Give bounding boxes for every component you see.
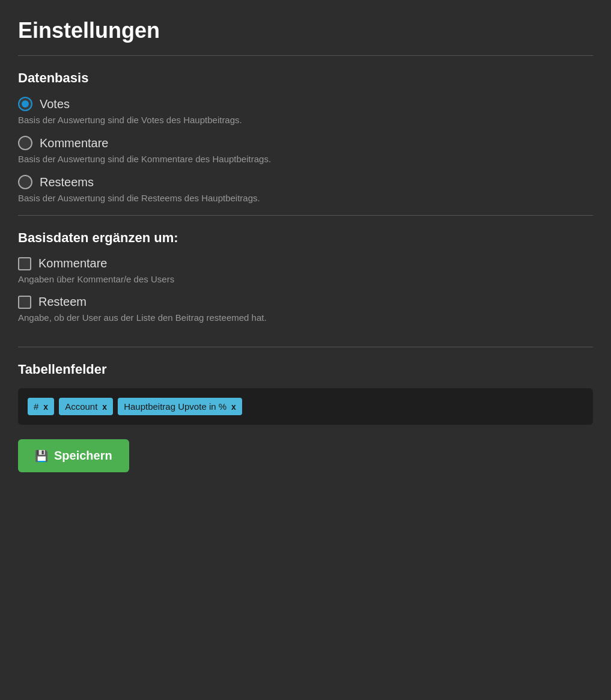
radio-resteems-label[interactable]: Resteems (40, 175, 94, 189)
page-title: Einstellungen (18, 18, 593, 43)
tag-hash-label: # (34, 401, 38, 412)
tag-hash-close[interactable]: x (43, 402, 48, 412)
section-divider-1 (18, 215, 593, 216)
radio-resteems[interactable] (18, 175, 32, 189)
kommentare2-description: Angaben über Kommentar/e des Users (18, 274, 593, 284)
checkbox-kommentare-label[interactable]: Kommentare (38, 257, 108, 270)
datenbasis-section: Datenbasis Votes Basis der Auswertung si… (18, 70, 593, 203)
radio-kommentare-label[interactable]: Kommentare (40, 136, 109, 150)
basisdaten-section: Basisdaten ergänzen um: Kommentare Angab… (18, 230, 593, 323)
radio-kommentare[interactable] (18, 136, 32, 150)
tag-upvote-close[interactable]: x (231, 402, 236, 412)
basisdaten-title: Basisdaten ergänzen um: (18, 230, 593, 246)
radio-item-kommentare: Kommentare (18, 136, 593, 150)
tag-account-close[interactable]: x (102, 402, 107, 412)
checkbox-kommentare[interactable] (18, 257, 31, 270)
tag-account: Account x (59, 398, 113, 415)
save-icon: 💾 (35, 449, 48, 463)
checkbox-item-kommentare: Kommentare (18, 257, 593, 270)
tabellenfelder-box: # x Account x Hauptbeitrag Upvote in % x (18, 388, 593, 425)
checkbox-resteem-label[interactable]: Resteem (38, 295, 87, 309)
title-divider (18, 55, 593, 56)
tag-upvote: Hauptbeitrag Upvote in % x (118, 398, 242, 415)
datenbasis-title: Datenbasis (18, 70, 593, 86)
radio-votes[interactable] (18, 97, 32, 111)
kommentare-description: Basis der Auswertung sind die Kommentare… (18, 154, 593, 164)
save-button[interactable]: 💾 Speichern (18, 439, 129, 472)
tag-hash: # x (28, 398, 54, 415)
tag-account-label: Account (65, 401, 97, 412)
tabellenfelder-section: Tabellenfelder # x Account x Hauptbeitra… (18, 362, 593, 425)
checkbox-resteem[interactable] (18, 296, 31, 309)
tabellenfelder-title: Tabellenfelder (18, 362, 593, 377)
votes-description: Basis der Auswertung sind die Votes des … (18, 115, 593, 125)
radio-item-resteems: Resteems (18, 175, 593, 189)
resteems-description: Basis der Auswertung sind die Resteems d… (18, 193, 593, 203)
section-divider-2 (18, 347, 593, 347)
radio-item-votes: Votes (18, 97, 593, 111)
checkbox-item-resteem: Resteem (18, 295, 593, 309)
save-button-label: Speichern (54, 449, 112, 463)
tag-upvote-label: Hauptbeitrag Upvote in % (124, 401, 226, 412)
radio-votes-label[interactable]: Votes (40, 97, 70, 111)
resteem-description: Angabe, ob der User aus der Liste den Be… (18, 312, 593, 323)
